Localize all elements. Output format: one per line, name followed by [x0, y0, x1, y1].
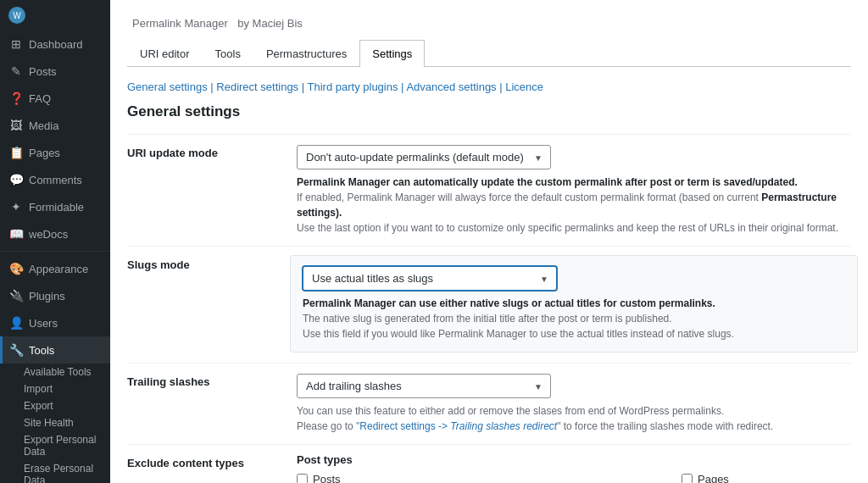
post-types-title: Post types [297, 453, 851, 466]
trailing-slashes-label: Trailing slashes [127, 364, 297, 445]
users-icon: 👤 [8, 315, 24, 330]
sidebar-item-label: Comments [29, 174, 82, 186]
checkbox-pages: Pages [682, 473, 851, 483]
posts-icon: ✎ [8, 64, 24, 79]
page-title: Permalink Manager by Maciej Bis [127, 12, 851, 31]
checkbox-posts-input[interactable] [297, 474, 308, 483]
sidebar-item-label: Formidable [29, 201, 84, 214]
sidebar: W ⊞ Dashboard ✎ Posts ❓ FAQ 🖼 Media 📋 Pa… [0, 0, 110, 483]
settings-nav-third-party[interactable]: Third party plugins [308, 80, 398, 93]
settings-nav-redirect[interactable]: Redirect settings [216, 80, 298, 93]
trailing-slashes-field: Add trailing slashesRemove trailing slas… [297, 364, 851, 445]
sidebar-item-appearance[interactable]: 🎨 Appearance [0, 255, 110, 282]
tab-uri-editor[interactable]: URI editor [127, 40, 203, 67]
sidebar-sub-export[interactable]: Export [0, 397, 110, 414]
uri-update-mode-select-wrap: Don't auto-update permalinks (default mo… [297, 145, 551, 169]
sidebar-divider [0, 251, 110, 252]
settings-nav-advanced[interactable]: Advanced settings [406, 80, 496, 93]
checkbox-pages-label: Pages [698, 473, 729, 483]
wedocs-icon: 📖 [8, 226, 24, 242]
sidebar-logo: W [0, 0, 110, 31]
sidebar-item-label: Users [29, 317, 58, 330]
sidebar-item-wedocs[interactable]: 📖 weDocs [0, 220, 110, 247]
slugs-mode-desc: Permalink Manager can use either native … [303, 296, 845, 341]
exclude-content-label: Exclude content types [127, 445, 297, 484]
sidebar-item-plugins[interactable]: 🔌 Plugins [0, 282, 110, 309]
formidable-icon: ✦ [8, 199, 24, 214]
settings-nav-licence[interactable]: Licence [505, 80, 543, 93]
content-area: General settings | Redirect settings | T… [110, 67, 868, 483]
slugs-mode-select-wrap: Use actual titles as slugsUse native slu… [303, 266, 557, 291]
sidebar-item-users[interactable]: 👤 Users [0, 309, 110, 336]
faq-icon: ❓ [8, 91, 24, 106]
sidebar-sub-erase-personal[interactable]: Erase Personal Data [0, 460, 110, 483]
pages-icon: 📋 [8, 145, 24, 160]
sidebar-sub-export-personal[interactable]: Export Personal Data [0, 431, 110, 460]
wp-logo-icon: W [8, 7, 25, 24]
sidebar-item-label: Dashboard [29, 38, 83, 51]
trailing-slashes-desc: You can use this feature to either add o… [297, 403, 851, 434]
page-header: Permalink Manager by Maciej Bis URI edit… [110, 0, 868, 67]
sidebar-item-label: Pages [29, 147, 60, 159]
sidebar-item-tools[interactable]: 🔧 Tools [0, 336, 110, 364]
tab-settings[interactable]: Settings [359, 40, 425, 67]
settings-nav: General settings | Redirect settings | T… [127, 80, 851, 93]
uri-update-mode-label: URI update mode [127, 135, 297, 247]
media-icon: 🖼 [8, 118, 24, 133]
title-text: Permalink Manager [132, 17, 228, 30]
sidebar-item-formidable[interactable]: ✦ Formidable [0, 193, 110, 220]
uri-update-mode-field: Don't auto-update permalinks (default mo… [297, 135, 851, 247]
main-content: Permalink Manager by Maciej Bis URI edit… [110, 0, 868, 483]
trailing-slashes-select[interactable]: Add trailing slashesRemove trailing slas… [297, 374, 551, 398]
sidebar-item-media[interactable]: 🖼 Media [0, 112, 110, 139]
sidebar-item-comments[interactable]: 💬 Comments [0, 166, 110, 193]
section-title: General settings [127, 103, 851, 120]
plugins-icon: 🔌 [8, 288, 24, 303]
checkbox-posts-label: Posts [313, 473, 341, 483]
sidebar-item-dashboard[interactable]: ⊞ Dashboard [0, 31, 110, 58]
sidebar-item-label: Tools [29, 344, 54, 357]
sidebar-item-label: weDocs [29, 228, 68, 241]
post-types-section: Post types Posts FAQ [297, 453, 851, 483]
sidebar-item-label: Appearance [29, 263, 88, 275]
comments-icon: 💬 [8, 172, 24, 187]
tab-tools[interactable]: Tools [203, 40, 253, 67]
exclude-content-row: Exclude content types Post types Posts [127, 445, 851, 484]
trailing-slashes-select-wrap: Add trailing slashesRemove trailing slas… [297, 374, 551, 398]
tabs-bar: URI editor Tools Permastructures Setting… [127, 40, 851, 67]
slugs-mode-select[interactable]: Use actual titles as slugsUse native slu… [303, 266, 557, 291]
exclude-content-field: Post types Posts FAQ [297, 445, 851, 484]
sidebar-sub-available-tools[interactable]: Available Tools [0, 364, 110, 380]
sidebar-item-faq[interactable]: ❓ FAQ [0, 85, 110, 112]
sidebar-item-label: Posts [29, 65, 57, 78]
trailing-slashes-row: Trailing slashes Add trailing slashesRem… [127, 364, 851, 445]
uri-update-mode-select[interactable]: Don't auto-update permalinks (default mo… [297, 145, 551, 169]
sidebar-sub-import[interactable]: Import [0, 380, 110, 397]
settings-table: URI update mode Don't auto-update permal… [127, 134, 851, 483]
tools-icon: 🔧 [8, 342, 24, 358]
settings-nav-general[interactable]: General settings [127, 80, 208, 93]
tab-permastructures[interactable]: Permastructures [253, 40, 359, 67]
slugs-mode-field: Use actual titles as slugsUse native slu… [297, 247, 851, 364]
appearance-icon: 🎨 [8, 261, 24, 276]
uri-update-mode-desc: Permalink Manager can automatically upda… [297, 175, 851, 236]
dashboard-icon: ⊞ [8, 36, 24, 52]
trailing-redirect-link[interactable]: Redirect settings -> Trailing slashes re… [359, 420, 557, 432]
uri-update-mode-row: URI update mode Don't auto-update permal… [127, 135, 851, 247]
sidebar-item-label: FAQ [29, 92, 51, 105]
sidebar-item-pages[interactable]: 📋 Pages [0, 139, 110, 166]
checkbox-posts: Posts [297, 473, 341, 483]
sidebar-sub-site-health[interactable]: Site Health [0, 414, 110, 431]
checkbox-pages-input[interactable] [682, 474, 693, 483]
sidebar-item-posts[interactable]: ✎ Posts [0, 58, 110, 85]
slugs-mode-label: Slugs mode [127, 247, 297, 364]
sidebar-item-label: Media [29, 119, 58, 132]
sidebar-item-label: Plugins [29, 290, 65, 303]
slugs-mode-row: Slugs mode Use actual titles as slugsUse… [127, 247, 851, 364]
